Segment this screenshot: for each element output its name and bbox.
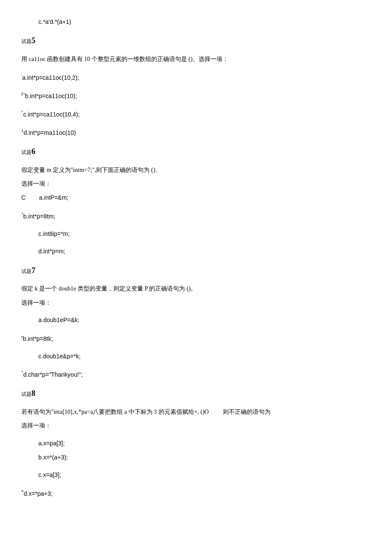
q6-option-b: °b.int*p=8tm; — [21, 211, 371, 221]
q7-a-text: a.doub1eP=&k; — [38, 317, 79, 323]
q8-d-text: d.x=*pa+3; — [24, 490, 53, 497]
q5-option-b: f^b.int*p=ca11oc(10); — [21, 90, 371, 101]
q7-option-a: a.doub1eP=&k; — [21, 315, 371, 325]
q7-prompt1-text: 假定 k 是一个 doub1e 类型的变量，则定义变量 P 的正确语句为 ()。 — [21, 285, 196, 292]
q7-header-num: 7 — [32, 266, 35, 275]
q7-prompt2-text: 选择一项： — [21, 299, 51, 306]
q6-option-d: d.int*p=m; — [21, 247, 371, 256]
q4-option-c-text: c.*a'd.*(a+1) — [38, 18, 71, 25]
q4-option-c: c.*a'd.*(a+1) — [21, 17, 371, 27]
q7-c-text: c.doub1e&p=*k; — [38, 353, 81, 360]
q5-prompt: 用 ca11oc 函数创建具有 10 个整型元素的一维数组的正确语句是 ()。选… — [21, 55, 371, 64]
q5-header-num: 5 — [32, 36, 35, 45]
q8-prompt2-text: 选择一项： — [21, 422, 51, 429]
q5-option-a: 'a.int*p=ca11oc(10,2); — [21, 72, 371, 83]
q7-option-b: rb.int*p=8tk; — [21, 333, 371, 344]
q8-header-label: 试题 — [21, 391, 32, 397]
q5-b-text: b.int*p=ca11oc(10); — [25, 92, 77, 99]
q8-option-a: a.x=pa[3]; — [21, 439, 371, 448]
q6-option-c: c.int8ip=*m; — [21, 229, 371, 239]
q7-header: 试题7 — [21, 264, 371, 277]
q6-d-text: d.int*p=m; — [38, 248, 65, 255]
q6-header-num: 6 — [32, 147, 35, 156]
q7-option-d: °d.char*p="Thankyou!"; — [21, 369, 371, 380]
q8-option-c: c.x=a[3]; — [21, 470, 371, 480]
q7-prompt1: 假定 k 是一个 doub1e 类型的变量，则定义变量 P 的正确语句为 ()。 — [21, 284, 371, 293]
q6-header-label: 试题 — [21, 149, 32, 155]
q6-b-text: b.int*p=8tm; — [23, 212, 55, 219]
q5-b-prefix: f^ — [21, 91, 25, 96]
q7-option-c: c.doub1e&p=*k; — [21, 352, 371, 361]
q6-option-a: a.intP=&m; — [27, 193, 69, 203]
q6-c-marker: C — [21, 193, 26, 202]
q5-d-text: d.int*p=ma11oc(10) — [24, 129, 76, 136]
q5-option-d: 1d.int*p=ma11oc(10) — [21, 127, 371, 138]
q5-header: 试题5 — [21, 35, 371, 47]
q5-c-text: c.int*p=ca11oc(10,4); — [23, 110, 80, 117]
q5-option-c: °c.int*p=ca11oc(10,4); — [21, 109, 371, 119]
q7-d-text: d.char*p="Thankyou!"; — [23, 371, 83, 378]
q6-prompt2-text: 选择一项： — [21, 180, 51, 187]
q8-prompt-right: 则不正确的语句为 — [223, 409, 271, 415]
q8-prompt1: 若有语句为"inta[10],x,*pa=a八要把数组 a 中下标为 3 的元素… — [21, 407, 371, 417]
q6-prompt1: 假定变量 m 定义为"intm=7;",则下面正确的语句为 ()。 — [21, 166, 371, 175]
q8-c-text: c.x=a[3]; — [38, 471, 61, 478]
q8-b-text: b.x=*(a+3); — [38, 454, 68, 461]
q7-header-label: 试题 — [21, 268, 32, 274]
q6-c-text: c.int8ip=*m; — [38, 230, 70, 237]
q8-option-b: b.x=*(a+3); — [21, 453, 371, 462]
q8-prompt-left: 若有语句为"inta[10],x,*pa=a八要把数组 a 中下标为 3 的元素… — [21, 409, 209, 415]
q7-prompt2: 选择一项： — [21, 298, 371, 308]
q6-option-a-row: C a.intP=&m; — [21, 193, 371, 203]
q8-header-num: 8 — [32, 389, 35, 398]
q6-a-text: a.intP=&m; — [39, 194, 69, 201]
q8-option-d: *d.x=*pa+3; — [21, 488, 371, 499]
q8-a-text: a.x=pa[3]; — [38, 440, 65, 447]
q6-header: 试题6 — [21, 145, 371, 158]
q8-prompt2: 选择一项： — [21, 421, 371, 430]
q5-prompt-text: 用 ca11oc 函数创建具有 10 个整型元素的一维数组的正确语句是 ()。选… — [21, 56, 228, 62]
q5-header-label: 试题 — [21, 38, 32, 44]
q8-header: 试题8 — [21, 387, 371, 400]
q5-a-text: a.int*p=ca11oc(10,2); — [22, 74, 79, 81]
q6-prompt2: 选择一项： — [21, 179, 371, 189]
q6-prompt1-text: 假定变量 m 定义为"intm=7;",则下面正确的语句为 ()。 — [21, 167, 161, 173]
q7-b-text: b.int*p=8tk; — [23, 335, 53, 342]
